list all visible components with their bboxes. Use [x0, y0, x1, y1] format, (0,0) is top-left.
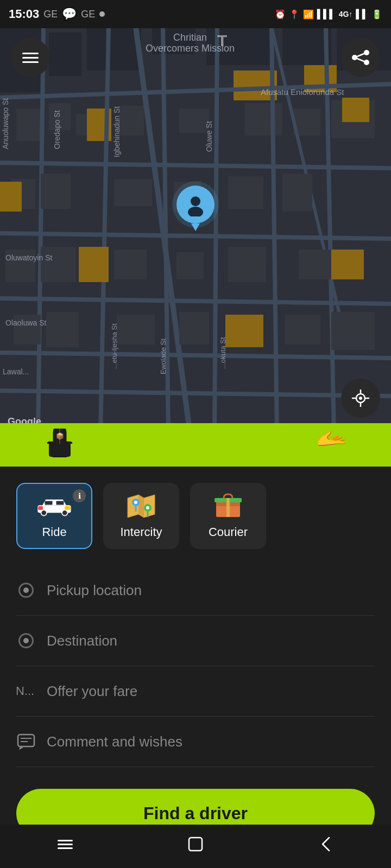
svg-point-100 [134, 501, 137, 504]
svg-rect-41 [41, 247, 76, 282]
svg-rect-48 [331, 250, 364, 279]
time-display: 15:03 [9, 7, 39, 21]
nav-back-button[interactable] [311, 829, 341, 864]
destination-field[interactable]: Destination [16, 616, 375, 666]
courier-icon [212, 493, 244, 520]
share-icon [351, 48, 370, 67]
svg-marker-98 [138, 495, 144, 518]
svg-rect-11 [119, 106, 144, 136]
svg-rect-2 [49, 33, 81, 76]
svg-rect-44 [228, 247, 266, 282]
status-right-icons: ⏰ 📍 📶 ▌▌▌ 4G↑ ▌▌ 🔋 [275, 9, 382, 20]
svg-rect-52 [117, 315, 155, 344]
destination-placeholder: Destination [47, 633, 117, 649]
fare-prefix: N... [16, 684, 34, 698]
alarm-icon: ⏰ [275, 9, 286, 20]
svg-point-78 [359, 397, 362, 400]
svg-rect-39 [282, 174, 312, 212]
svg-line-29 [215, 27, 217, 434]
svg-rect-43 [176, 252, 204, 279]
nav-lines-icon [55, 834, 75, 854]
svg-point-94 [62, 510, 68, 516]
service-tabs: ℹ Ride [0, 467, 391, 560]
svg-rect-46 [0, 182, 22, 212]
comment-placeholder: Comment and wishes [47, 733, 182, 750]
svg-text:Oredapo St: Oredapo St [53, 110, 61, 149]
menu-button[interactable] [11, 38, 50, 77]
ride-tab[interactable]: ℹ Ride [16, 483, 92, 549]
svg-rect-112 [58, 847, 73, 849]
svg-rect-107 [18, 735, 34, 746]
user-silhouette-icon [184, 193, 207, 216]
status-ge-icon: GE [43, 9, 58, 20]
ride-label: Ride [42, 525, 66, 539]
ride-icon [35, 493, 73, 520]
ride-info-badge[interactable]: ℹ [73, 489, 86, 502]
svg-point-93 [41, 510, 47, 516]
location-icon: 📍 [289, 9, 300, 20]
strip-left-icon: 📦 [43, 427, 76, 462]
svg-rect-13 [244, 103, 282, 136]
intercity-tab[interactable]: Intercity [103, 483, 179, 549]
map-area[interactable]: Chritian Overcomers Mission Afusatu Enio… [0, 0, 391, 434]
car-icon [35, 496, 73, 516]
share-button[interactable] [341, 38, 380, 77]
svg-text:Chritian: Chritian [173, 32, 207, 43]
svg-point-70 [191, 196, 200, 206]
svg-rect-8 [16, 108, 43, 141]
svg-point-102 [146, 506, 149, 509]
map-pin-icon [125, 493, 157, 520]
package-water-right-icon: 🫴 [315, 427, 348, 457]
svg-rect-54 [285, 315, 320, 344]
pickup-placeholder: Pickup location [47, 582, 142, 599]
my-location-button[interactable] [341, 379, 380, 418]
svg-rect-113 [189, 838, 202, 851]
svg-rect-35 [41, 174, 71, 209]
nav-home-button[interactable] [180, 829, 211, 864]
svg-rect-92 [56, 501, 64, 505]
svg-text:Oluwe St: Oluwe St [205, 121, 213, 152]
courier-tab[interactable]: Courier [190, 483, 266, 549]
status-ge2-icon: GE [81, 9, 95, 20]
hamburger-icon [22, 53, 39, 63]
svg-text:Ewolade St: Ewolade St [159, 339, 167, 374]
svg-text:Lawal...: Lawal... [3, 367, 29, 376]
status-bar: 15:03 GE 💬 GE ⏰ 📍 📶 ▌▌▌ 4G↑ ▌▌ 🔋 [0, 0, 391, 28]
panel-header-strip: 📦 🫴 [0, 423, 391, 467]
wifi-icon: 📶 [303, 9, 314, 20]
svg-rect-45 [299, 250, 331, 279]
comment-icon [16, 732, 36, 751]
courier-box-icon [212, 493, 244, 520]
svg-text:...etu-Ijesha St: ...etu-Ijesha St [110, 323, 118, 369]
4g-icon: 4G↑ [339, 10, 353, 18]
svg-text:...okuta St: ...okuta St [219, 337, 227, 369]
status-chat-icon: 💬 [62, 7, 77, 21]
pin-circle [176, 186, 215, 224]
nav-square-icon [186, 834, 205, 854]
svg-rect-36 [114, 179, 152, 206]
svg-rect-47 [79, 247, 109, 282]
find-driver-label: Find a driver [143, 803, 248, 824]
svg-rect-110 [58, 840, 73, 841]
svg-rect-55 [331, 312, 375, 350]
fare-field[interactable]: N... Offer your fare [16, 666, 375, 717]
signal2-icon: ▌▌ [356, 9, 368, 19]
fare-placeholder: Offer your fare [47, 683, 137, 700]
nav-menu-button[interactable] [50, 829, 80, 864]
svg-text:Igbehinadun St: Igbehinadun St [112, 106, 121, 157]
comment-field[interactable]: Comment and wishes [16, 717, 375, 767]
svg-text:Afusatu Eniolorunda St: Afusatu Eniolorunda St [261, 87, 344, 97]
svg-rect-111 [58, 844, 73, 845]
svg-text:Oluwatoyin St: Oluwatoyin St [5, 253, 52, 262]
bottom-panel: 📦 🫴 ℹ [0, 423, 391, 868]
nav-bar [0, 825, 391, 868]
svg-rect-3 [87, 22, 141, 71]
svg-text:📦: 📦 [56, 432, 64, 440]
user-location-pin [176, 186, 215, 231]
pickup-field[interactable]: Pickup location [16, 565, 375, 616]
courier-label: Courier [209, 525, 248, 539]
svg-rect-49 [225, 315, 263, 347]
battery-icon: 🔋 [371, 9, 382, 20]
svg-text:Olaoluwa St: Olaoluwa St [5, 318, 47, 327]
svg-rect-95 [65, 506, 71, 510]
